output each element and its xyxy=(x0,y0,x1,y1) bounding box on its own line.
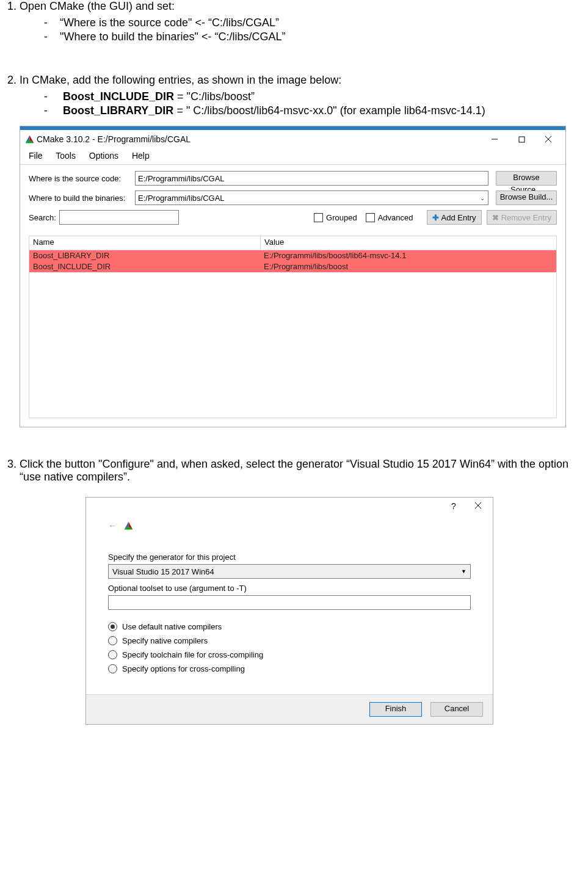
menu-options[interactable]: Options xyxy=(89,151,118,161)
cmake-logo-icon xyxy=(124,521,133,531)
radio-icon xyxy=(108,664,117,673)
entries-table: Name Value Boost_LIBRARY_DIR E:/Programm… xyxy=(20,231,565,427)
remove-entry-button[interactable]: ✖ Remove Entry xyxy=(487,210,557,225)
build-label: Where to build the binaries: xyxy=(29,194,135,203)
help-button[interactable]: ? xyxy=(441,501,466,511)
source-input[interactable] xyxy=(135,171,488,186)
build-combo[interactable]: ⌄ xyxy=(135,190,488,205)
add-entry-label: Add Entry xyxy=(441,213,476,222)
compiler-radio-group: Use default native compilers Specify nat… xyxy=(108,622,471,673)
toolset-input[interactable] xyxy=(108,595,471,610)
minimize-button[interactable] xyxy=(481,130,508,148)
checkbox-icon xyxy=(366,213,375,222)
step2-item2-val: = " C:/libs/boost/lib64-msvc-xx.0" (for … xyxy=(173,104,485,117)
minimize-icon xyxy=(491,136,498,143)
remove-entry-label: Remove Entry xyxy=(501,213,551,222)
step-1: Open CMake (the GUI) and set: “Where is … xyxy=(20,0,584,43)
cmake-window: CMake 3.10.2 - E:/Programmi/libs/CGAL Fi… xyxy=(20,126,566,427)
close-button[interactable] xyxy=(535,130,562,148)
step1-item2: "Where to build the binaries" <- “C:/lib… xyxy=(44,31,584,43)
cancel-button[interactable]: Cancel xyxy=(430,702,483,717)
generator-value: Visual Studio 15 2017 Win64 xyxy=(112,567,214,576)
menu-help[interactable]: Help xyxy=(132,151,150,161)
build-input[interactable] xyxy=(136,192,477,204)
radio-cross-options[interactable]: Specify options for cross-compiling xyxy=(108,664,471,673)
radio-toolchain-file[interactable]: Specify toolchain file for cross-compili… xyxy=(108,650,471,659)
back-arrow-icon[interactable]: ← xyxy=(108,521,117,531)
cell-value: E:/Programmi/libs/boost/lib64-msvc-14.1 xyxy=(260,250,556,261)
cell-name: Boost_INCLUDE_DIR xyxy=(29,261,260,272)
wizard-nav: ← xyxy=(108,521,471,542)
step1-intro: Open CMake (the GUI) and set: xyxy=(20,0,175,12)
source-label: Where is the source code: xyxy=(29,174,135,183)
table-row[interactable]: Boost_LIBRARY_DIR E:/Programmi/libs/boos… xyxy=(29,250,556,261)
finish-button[interactable]: Finish xyxy=(369,702,422,717)
radio-default-native[interactable]: Use default native compilers xyxy=(108,622,471,631)
window-title: CMake 3.10.2 - E:/Programmi/libs/CGAL xyxy=(34,134,481,144)
menubar: File Tools Options Help xyxy=(20,148,565,165)
close-icon xyxy=(474,502,482,509)
toolset-label: Optional toolset to use (argument to -T) xyxy=(108,584,471,593)
step2-item1: Boost_INCLUDE_DIR = "C:/libs/boost” xyxy=(44,90,584,103)
step2-intro: In CMake, add the following entries, as … xyxy=(20,74,341,86)
dialog-footer: Finish Cancel xyxy=(86,694,493,724)
search-input[interactable] xyxy=(59,210,179,225)
menu-file[interactable]: File xyxy=(29,151,43,161)
step3-text: Click the button "Configure" and, when a… xyxy=(20,458,568,483)
browse-source-button[interactable]: Browse Source... xyxy=(496,171,557,186)
x-icon: ✖ xyxy=(492,213,499,222)
radio-icon xyxy=(108,650,117,659)
radio-label: Use default native compilers xyxy=(122,622,222,631)
close-icon xyxy=(545,136,552,143)
step2-item1-val: = "C:/libs/boost” xyxy=(174,90,255,103)
radio-specify-native[interactable]: Specify native compilers xyxy=(108,636,471,645)
plus-icon: ✚ xyxy=(432,213,439,222)
radio-icon xyxy=(108,636,117,645)
chevron-down-icon: ⌄ xyxy=(477,195,488,201)
generator-select[interactable]: Visual Studio 15 2017 Win64 ▼ xyxy=(108,564,471,579)
radio-label: Specify toolchain file for cross-compili… xyxy=(122,650,263,659)
advanced-checkbox[interactable]: Advanced xyxy=(366,213,413,222)
grouped-checkbox[interactable]: Grouped xyxy=(314,213,357,222)
search-label: Search: xyxy=(29,213,59,222)
add-entry-button[interactable]: ✚ Add Entry xyxy=(427,210,482,225)
grouped-label: Grouped xyxy=(326,213,357,222)
col-header-value[interactable]: Value xyxy=(261,236,556,250)
titlebar: CMake 3.10.2 - E:/Programmi/libs/CGAL xyxy=(20,130,565,148)
svg-rect-5 xyxy=(519,137,524,142)
table-row[interactable]: Boost_INCLUDE_DIR E:/Programmi/libs/boos… xyxy=(29,261,556,272)
step1-item1: “Where is the source code" <- “C:/libs/C… xyxy=(44,16,584,29)
col-header-name[interactable]: Name xyxy=(29,236,261,250)
generator-label: Specify the generator for this project xyxy=(108,552,471,562)
checkbox-icon xyxy=(314,213,323,222)
browse-build-button[interactable]: Browse Build... xyxy=(496,190,557,205)
step2-item1-key: Boost_INCLUDE_DIR xyxy=(63,90,174,103)
step-2: In CMake, add the following entries, as … xyxy=(20,74,584,427)
advanced-label: Advanced xyxy=(378,213,413,222)
maximize-button[interactable] xyxy=(508,130,535,148)
step2-item2-key: Boost_LIBRARY_DIR xyxy=(63,104,173,117)
cell-value: E:/Programmi/libs/boost xyxy=(260,261,556,272)
cmake-logo-icon xyxy=(25,135,34,144)
step2-item2: Boost_LIBRARY_DIR = " C:/libs/boost/lib6… xyxy=(44,104,584,117)
radio-icon xyxy=(108,622,117,631)
menu-tools[interactable]: Tools xyxy=(56,151,76,161)
step-3: Click the button "Configure" and, when a… xyxy=(20,458,584,725)
dialog-titlebar: ? xyxy=(86,498,493,515)
cell-name: Boost_LIBRARY_DIR xyxy=(29,250,260,261)
radio-label: Specify options for cross-compiling xyxy=(122,664,245,673)
maximize-icon xyxy=(518,136,525,143)
generator-dialog: ? ← Specify the generator for this proje… xyxy=(85,497,493,725)
radio-label: Specify native compilers xyxy=(122,636,208,645)
dropdown-arrow-icon: ▼ xyxy=(461,568,466,574)
close-button[interactable] xyxy=(466,501,490,511)
